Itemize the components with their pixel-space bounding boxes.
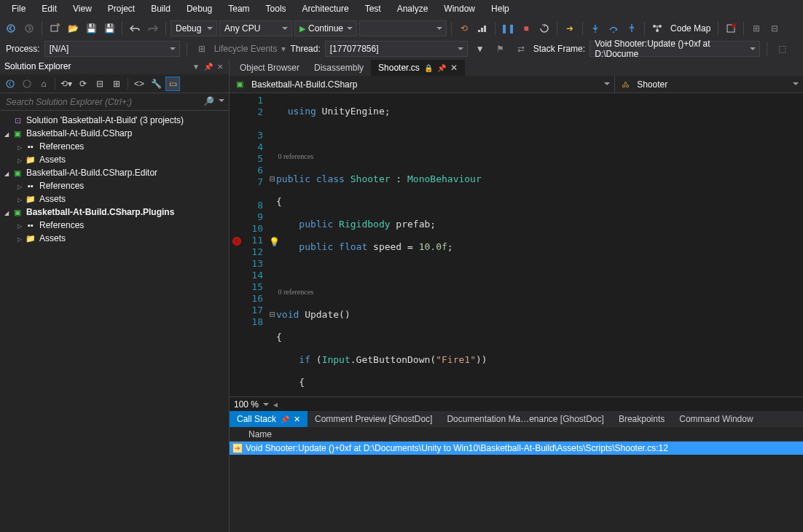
menu-debug[interactable]: Debug bbox=[179, 1, 219, 16]
close-icon[interactable]: ✕ bbox=[294, 415, 300, 424]
menu-project[interactable]: Project bbox=[101, 1, 142, 16]
menu-view[interactable]: View bbox=[66, 1, 99, 16]
tab-command-window[interactable]: Command Window bbox=[672, 411, 760, 427]
platform-dropdown[interactable]: Any CPU bbox=[219, 20, 292, 36]
solution-node[interactable]: ⊡ Solution 'Basketball-At-Build' (3 proj… bbox=[0, 114, 229, 127]
lifecycle-icon[interactable]: ⊞ bbox=[194, 41, 210, 57]
process-dropdown[interactable]: [N/A] bbox=[44, 41, 180, 57]
continue-label: Continue bbox=[308, 23, 343, 34]
view-code-button[interactable]: <> bbox=[132, 77, 146, 91]
references-icon: ▪▪ bbox=[25, 141, 36, 152]
browser-link-button[interactable]: ⟲ bbox=[456, 20, 472, 36]
dropdown-icon[interactable]: ▼ bbox=[191, 63, 201, 71]
solution-search-input[interactable] bbox=[0, 93, 229, 110]
config-dropdown[interactable]: Debug bbox=[171, 20, 217, 36]
menu-edit[interactable]: Edit bbox=[34, 1, 64, 16]
show-all-button[interactable]: ⊞ bbox=[109, 77, 124, 91]
step-out-button[interactable] bbox=[624, 20, 640, 36]
code-text[interactable]: using UnityEngine; 0 references ⊟public … bbox=[269, 93, 803, 396]
code-map-icon[interactable] bbox=[649, 20, 665, 36]
stop-button[interactable]: ■ bbox=[518, 20, 534, 36]
nav-fwd-button[interactable] bbox=[21, 20, 37, 36]
new-project-button[interactable] bbox=[47, 20, 63, 36]
flag-icon[interactable]: ⚑ bbox=[493, 41, 509, 57]
uncomment-button[interactable]: ⊟ bbox=[767, 20, 783, 36]
solution-search[interactable]: 🔎 bbox=[0, 93, 229, 111]
close-icon[interactable]: ✕ bbox=[216, 63, 224, 71]
tab-call-stack[interactable]: Call Stack 📌 ✕ bbox=[230, 411, 308, 427]
step-over-button[interactable] bbox=[606, 20, 622, 36]
preview-button[interactable]: ▭ bbox=[165, 77, 180, 91]
fwd-button[interactable] bbox=[20, 77, 34, 91]
show-next-button[interactable]: ➜ bbox=[562, 20, 578, 36]
step-into-button[interactable] bbox=[587, 20, 603, 36]
code-map-label[interactable]: Code Map bbox=[667, 23, 713, 34]
nav-class-dropdown[interactable]: 🝆 Shooter bbox=[615, 76, 803, 93]
assets-node-1[interactable]: 📁 Assets bbox=[0, 192, 229, 206]
target-dropdown[interactable] bbox=[359, 20, 447, 36]
menu-file[interactable]: File bbox=[4, 1, 33, 16]
restart-button[interactable] bbox=[536, 20, 552, 36]
back-button[interactable] bbox=[3, 77, 17, 91]
search-dropdown-icon[interactable] bbox=[219, 99, 224, 105]
references-node-2[interactable]: ▪▪ References bbox=[0, 219, 229, 232]
collapse-button[interactable]: ⊟ bbox=[93, 77, 107, 91]
menu-test[interactable]: Test bbox=[358, 1, 388, 16]
references-node-0[interactable]: ▪▪ References bbox=[0, 140, 229, 153]
pin-icon[interactable]: 📌 bbox=[437, 64, 446, 72]
redo-button[interactable] bbox=[145, 20, 161, 36]
tab-shooter[interactable]: Shooter.cs 🔒 📌 ✕ bbox=[371, 60, 465, 76]
filter-icon[interactable]: ▼ bbox=[472, 41, 488, 57]
breakpoint-icon[interactable] bbox=[232, 237, 241, 246]
undo-button[interactable] bbox=[127, 20, 143, 36]
menu-team[interactable]: Team bbox=[221, 1, 256, 16]
hex-button[interactable]: ⬚ bbox=[774, 41, 790, 57]
search-icon[interactable]: 🔎 bbox=[203, 96, 214, 106]
home-button[interactable]: ⌂ bbox=[36, 77, 51, 91]
menu-window[interactable]: Window bbox=[436, 1, 482, 16]
sync-button[interactable]: ⟲▾ bbox=[59, 77, 74, 91]
pause-button[interactable]: ❚❚ bbox=[500, 20, 516, 36]
nav-back-button[interactable] bbox=[3, 20, 19, 36]
menu-architecture[interactable]: Architecture bbox=[295, 1, 356, 16]
breakpoint-margin[interactable] bbox=[230, 93, 244, 396]
solution-tree[interactable]: ⊡ Solution 'Basketball-At-Build' (3 proj… bbox=[0, 111, 229, 248]
tab-breakpoints[interactable]: Breakpoints bbox=[611, 411, 672, 427]
lifecycle-label: Lifecycle Events bbox=[214, 44, 278, 54]
project-node-1[interactable]: ▣ Basketball-At-Build.CSharp.Editor bbox=[0, 166, 229, 179]
continue-button[interactable]: ▶ Continue bbox=[294, 20, 357, 36]
pin-icon[interactable]: 📌 bbox=[203, 63, 214, 71]
split-icon[interactable]: ◂ bbox=[273, 399, 278, 410]
nav-project-dropdown[interactable]: ▣ Basketball-At-Build.CSharp bbox=[230, 76, 615, 93]
comment-button[interactable]: ⊞ bbox=[748, 20, 764, 36]
project-node-0[interactable]: ▣ Basketball-At-Build.CSharp bbox=[0, 127, 229, 140]
refresh-button[interactable]: ⟳ bbox=[76, 77, 90, 91]
tab-disassembly[interactable]: Disassembly bbox=[307, 60, 371, 76]
zoom-level[interactable]: 100 % bbox=[234, 399, 259, 410]
tab-doc-maintenance[interactable]: Documentation Ma…enance [GhostDoc] bbox=[439, 411, 611, 427]
assets-node-0[interactable]: 📁 Assets bbox=[0, 153, 229, 166]
properties-button[interactable]: 🔧 bbox=[149, 77, 163, 91]
clear-button[interactable] bbox=[723, 20, 739, 36]
project-node-2[interactable]: ▣ Basketball-At-Build.CSharp.Plugins bbox=[0, 206, 229, 219]
tab-comment-preview[interactable]: Comment Preview [GhostDoc] bbox=[308, 411, 439, 427]
assets-node-2[interactable]: 📁 Assets bbox=[0, 232, 229, 245]
references-node-1[interactable]: ▪▪ References bbox=[0, 179, 229, 192]
menu-build[interactable]: Build bbox=[144, 1, 178, 16]
threads-icon[interactable]: ⇄ bbox=[513, 41, 529, 57]
callstack-row[interactable]: ➔ Void Shooter:Update ()+0xf at D:\Docum… bbox=[230, 442, 803, 455]
thread-dropdown[interactable]: [177077856] bbox=[325, 41, 468, 57]
save-button[interactable]: 💾 bbox=[83, 20, 99, 36]
menu-analyze[interactable]: Analyze bbox=[390, 1, 436, 16]
close-tab-icon[interactable]: ✕ bbox=[450, 63, 458, 73]
open-file-button[interactable]: 📂 bbox=[65, 20, 81, 36]
menu-help[interactable]: Help bbox=[484, 1, 517, 16]
stackframe-dropdown[interactable]: Void Shooter:Update ()+0xf at D:\Docume bbox=[589, 41, 760, 57]
diag-button[interactable] bbox=[474, 20, 490, 36]
menu-tools[interactable]: Tools bbox=[259, 1, 294, 16]
tab-object-browser[interactable]: Object Browser bbox=[232, 60, 307, 76]
pin-icon[interactable]: 📌 bbox=[281, 415, 289, 423]
zoom-dropdown-icon[interactable] bbox=[263, 403, 269, 409]
code-editor[interactable]: 12 345 67 8910 111213 141516 1718 💡 usin… bbox=[230, 93, 803, 396]
save-all-button[interactable]: 💾 bbox=[101, 20, 117, 36]
